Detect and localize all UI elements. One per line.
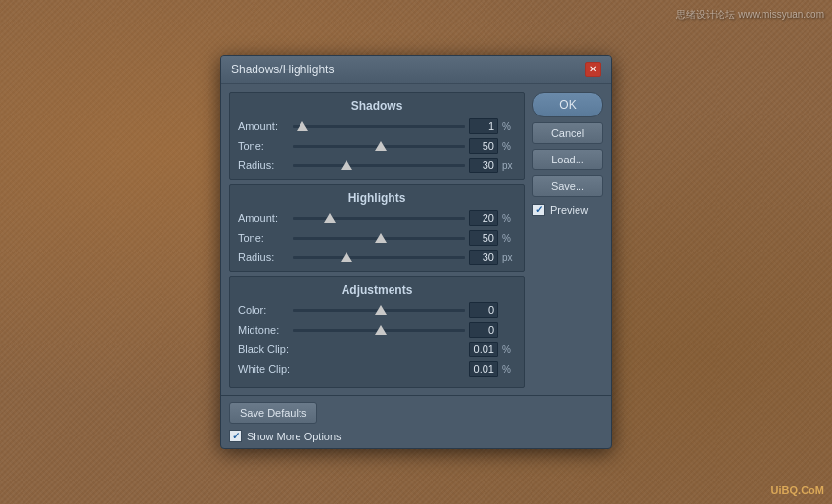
ok-button[interactable]: OK: [532, 92, 603, 117]
adjustments-title: Adjustments: [238, 283, 516, 297]
shadows-section: Shadows Amount: 1 % Tone:: [229, 92, 525, 180]
shadows-amount-thumb[interactable]: [297, 121, 308, 131]
highlights-radius-label: Radius:: [238, 252, 289, 263]
bottom-section: Save Defaults Show More Options: [221, 395, 611, 448]
shadows-amount-track: [293, 125, 465, 128]
highlights-radius-unit: px: [502, 252, 516, 263]
highlights-tone-label: Tone:: [238, 232, 289, 244]
adjustments-color-track: [293, 309, 465, 312]
highlights-amount-thumb[interactable]: [324, 213, 336, 223]
show-more-checkbox[interactable]: [229, 430, 242, 442]
shadows-tone-unit: %: [502, 141, 516, 152]
shadows-amount-slider[interactable]: [293, 118, 465, 134]
show-more-row: Show More Options: [229, 430, 603, 442]
shadows-radius-unit: px: [502, 160, 516, 171]
right-panel: OK Cancel Load... Save... Preview: [532, 92, 603, 388]
adjustments-midtone-thumb[interactable]: [375, 325, 387, 335]
shadows-tone-value[interactable]: 50: [469, 138, 498, 154]
adjustments-color-label: Color:: [238, 304, 289, 316]
white-clip-row: White Clip: 0.01 %: [238, 361, 516, 377]
highlights-tone-unit: %: [502, 233, 516, 244]
highlights-tone-thumb[interactable]: [375, 233, 387, 243]
highlights-radius-row: Radius: 30 px: [238, 250, 516, 265]
highlights-section: Highlights Amount: 20 % Tone:: [229, 184, 525, 272]
shadows-tone-track: [293, 145, 465, 148]
preview-label: Preview: [550, 205, 588, 216]
adjustments-midtone-row: Midtone: 0: [238, 322, 516, 338]
preview-row: Preview: [532, 204, 603, 216]
shadows-radius-track: [293, 164, 465, 167]
shadows-radius-label: Radius:: [238, 160, 289, 171]
save-button[interactable]: Save...: [532, 175, 603, 197]
black-clip-unit: %: [502, 344, 516, 355]
shadows-radius-thumb[interactable]: [341, 160, 352, 170]
highlights-amount-slider[interactable]: [293, 210, 465, 226]
preview-checkbox[interactable]: [532, 204, 545, 216]
highlights-amount-value[interactable]: 20: [469, 210, 498, 226]
left-panel: Shadows Amount: 1 % Tone:: [229, 92, 525, 388]
dialog-body: Shadows Amount: 1 % Tone:: [221, 84, 611, 395]
adjustments-midtone-value[interactable]: 0: [469, 322, 498, 338]
shadows-tone-label: Tone:: [238, 140, 289, 152]
close-button[interactable]: ✕: [585, 62, 601, 77]
highlights-amount-row: Amount: 20 %: [238, 210, 516, 226]
adjustments-color-thumb[interactable]: [375, 305, 387, 315]
shadows-tone-slider[interactable]: [293, 138, 465, 154]
adjustments-color-slider[interactable]: [293, 302, 465, 318]
shadows-radius-value[interactable]: 30: [469, 158, 498, 173]
adjustments-midtone-track: [293, 329, 465, 332]
black-clip-label: Black Clip:: [238, 344, 304, 355]
highlights-tone-value[interactable]: 50: [469, 230, 498, 246]
highlights-radius-value[interactable]: 30: [469, 250, 498, 265]
adjustments-midtone-slider[interactable]: [293, 322, 465, 338]
highlights-amount-label: Amount:: [238, 212, 289, 224]
shadows-tone-thumb[interactable]: [375, 141, 387, 151]
highlights-radius-thumb[interactable]: [341, 252, 352, 262]
highlights-amount-track: [293, 217, 465, 220]
black-clip-row: Black Clip: 0.01 %: [238, 342, 516, 357]
highlights-radius-slider[interactable]: [293, 250, 465, 265]
shadows-amount-row: Amount: 1 %: [238, 118, 516, 134]
highlights-tone-row: Tone: 50 %: [238, 230, 516, 246]
white-clip-unit: %: [502, 364, 516, 375]
adjustments-section: Adjustments Color: 0 Midtone:: [229, 276, 525, 388]
shadows-radius-row: Radius: 30 px: [238, 158, 516, 173]
dialog-title: Shadows/Highlights: [231, 63, 334, 76]
watermark-bottom: UiBQ.CoM: [771, 484, 824, 496]
shadows-amount-value[interactable]: 1: [469, 118, 498, 134]
cancel-button[interactable]: Cancel: [532, 122, 603, 144]
adjustments-color-value[interactable]: 0: [469, 302, 498, 318]
dialog-titlebar: Shadows/Highlights ✕: [221, 56, 611, 84]
show-more-label: Show More Options: [247, 431, 342, 442]
shadows-title: Shadows: [238, 99, 516, 113]
white-clip-label: White Clip:: [238, 363, 304, 375]
save-defaults-button[interactable]: Save Defaults: [229, 402, 317, 424]
shadows-radius-slider[interactable]: [293, 158, 465, 173]
black-clip-value[interactable]: 0.01: [469, 342, 498, 357]
highlights-amount-unit: %: [502, 213, 516, 224]
watermark-top: 思绪设计论坛 www.missyuan.com: [676, 8, 824, 22]
shadows-highlights-dialog: Shadows/Highlights ✕ Shadows Amount: 1 %: [220, 55, 612, 449]
shadows-tone-row: Tone: 50 %: [238, 138, 516, 154]
highlights-tone-track: [293, 237, 465, 240]
highlights-tone-slider[interactable]: [293, 230, 465, 246]
adjustments-color-row: Color: 0: [238, 302, 516, 318]
white-clip-value[interactable]: 0.01: [469, 361, 498, 377]
highlights-title: Highlights: [238, 191, 516, 205]
adjustments-midtone-label: Midtone:: [238, 324, 289, 336]
shadows-amount-unit: %: [502, 121, 516, 132]
highlights-radius-track: [293, 256, 465, 259]
shadows-amount-label: Amount:: [238, 120, 289, 132]
load-button[interactable]: Load...: [532, 149, 603, 170]
